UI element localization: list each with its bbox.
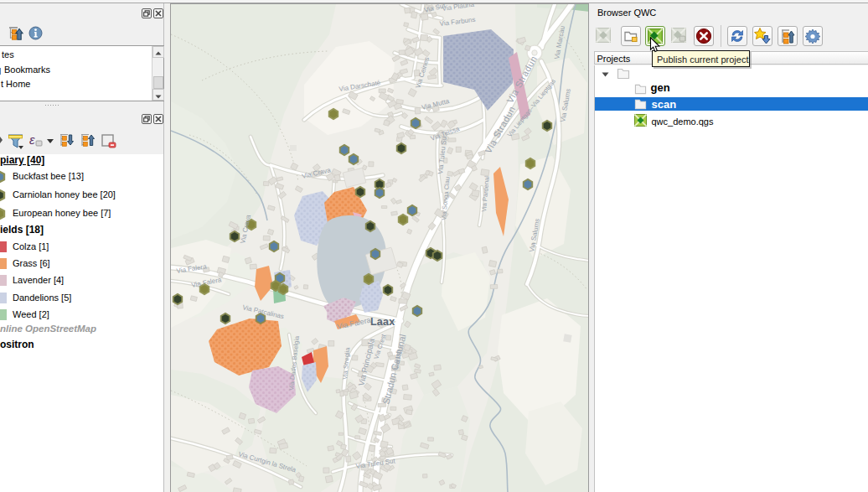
svg-text:ε: ε: [29, 132, 35, 147]
svg-text:Laax: Laax: [370, 316, 395, 328]
